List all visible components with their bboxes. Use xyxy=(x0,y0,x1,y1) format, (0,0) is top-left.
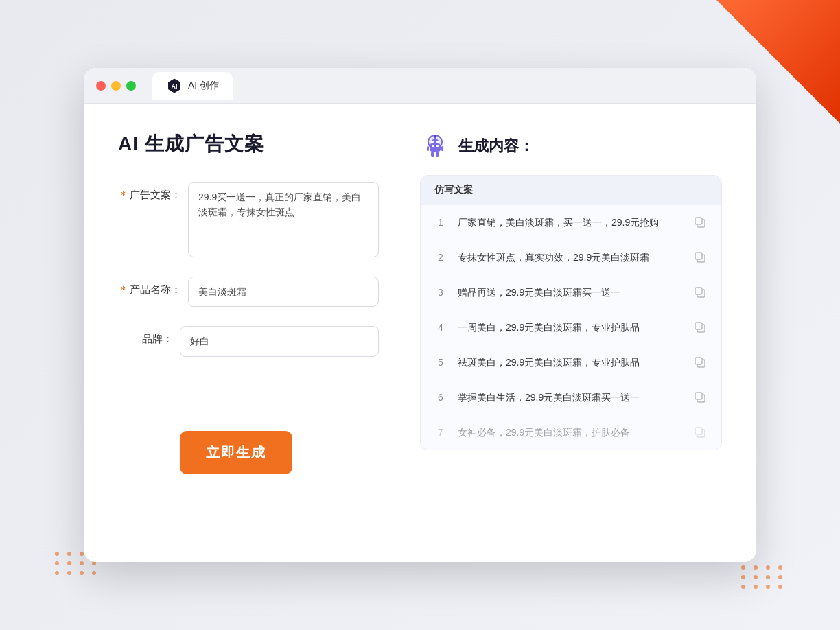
row-number: 3 xyxy=(434,287,447,298)
copy-icon[interactable] xyxy=(692,355,708,370)
copy-icon[interactable] xyxy=(692,390,708,405)
page-title: AI 生成广告文案 xyxy=(118,131,379,157)
svg-rect-14 xyxy=(436,145,439,147)
row-text: 专抹女性斑点，真实功效，29.9元美白淡斑霜 xyxy=(458,250,681,265)
traffic-lights xyxy=(96,81,136,91)
svg-rect-20 xyxy=(695,288,702,294)
row-number: 7 xyxy=(434,427,447,438)
row-text: 一周美白，29.9元美白淡斑霜，专业护肤品 xyxy=(458,320,681,335)
ai-tab[interactable]: AI AI 创作 xyxy=(152,72,233,100)
row-text: 祛斑美白，29.9元美白淡斑霜，专业护肤品 xyxy=(458,355,681,370)
result-table: 仿写文案 1厂家直销，美白淡斑霜，买一送一，29.9元抢购 2专抹女性斑点，真实… xyxy=(420,175,722,450)
copy-icon[interactable] xyxy=(692,285,708,300)
row-text: 女神必备，29.9元美白淡斑霜，护肤必备 xyxy=(458,425,681,440)
svg-rect-10 xyxy=(441,146,443,151)
row-number: 6 xyxy=(434,392,447,403)
svg-rect-16 xyxy=(695,218,702,224)
browser-titlebar: AI AI 创作 xyxy=(84,68,756,104)
browser-window: AI AI 创作 AI 生成广告文案 ＊广告文案： 29.9买一送一，真正的厂家… xyxy=(84,68,756,562)
table-row: 1厂家直销，美白淡斑霜，买一送一，29.9元抢购 xyxy=(421,205,721,240)
minimize-button[interactable] xyxy=(111,81,121,91)
copy-icon[interactable] xyxy=(692,215,708,230)
table-row: 3赠品再送，29.9元美白淡斑霜买一送一 xyxy=(421,275,721,310)
result-title: 生成内容： xyxy=(458,136,534,156)
row-text: 厂家直销，美白淡斑霜，买一送一，29.9元抢购 xyxy=(458,215,681,230)
svg-rect-18 xyxy=(695,253,702,259)
tab-label: AI 创作 xyxy=(188,80,219,92)
svg-rect-9 xyxy=(427,146,429,151)
result-header: 生成内容： xyxy=(420,131,722,161)
deco-dots-right xyxy=(741,565,785,589)
robot-icon xyxy=(420,131,450,161)
svg-rect-28 xyxy=(695,428,702,434)
copy-icon[interactable] xyxy=(692,250,708,265)
svg-rect-24 xyxy=(695,358,702,364)
left-panel: AI 生成广告文案 ＊广告文案： 29.9买一送一，真正的厂家直销，美白淡斑霜，… xyxy=(118,131,379,529)
product-name-label: ＊产品名称： xyxy=(118,277,188,296)
brand-input[interactable] xyxy=(180,326,379,356)
ai-hex-icon: AI xyxy=(166,78,183,94)
right-panel: 生成内容： 仿写文案 1厂家直销，美白淡斑霜，买一送一，29.9元抢购 2专抹女… xyxy=(420,131,722,529)
svg-text:AI: AI xyxy=(172,83,178,90)
table-row: 5祛斑美白，29.9元美白淡斑霜，专业护肤品 xyxy=(421,345,721,380)
svg-rect-12 xyxy=(436,152,439,157)
svg-rect-13 xyxy=(432,145,434,147)
table-row: 6掌握美白生活，29.9元美白淡斑霜买一送一 xyxy=(421,380,721,415)
table-row: 2专抹女性斑点，真实功效，29.9元美白淡斑霜 xyxy=(421,240,721,275)
row-number: 4 xyxy=(434,322,447,333)
copy-icon[interactable] xyxy=(692,320,708,335)
product-name-row: ＊产品名称： xyxy=(118,277,379,307)
row-number: 2 xyxy=(434,252,447,263)
row-text: 赠品再送，29.9元美白淡斑霜买一送一 xyxy=(458,285,681,300)
close-button[interactable] xyxy=(96,81,106,91)
svg-rect-22 xyxy=(695,323,702,329)
svg-rect-26 xyxy=(695,393,702,399)
ad-copy-row: ＊广告文案： 29.9买一送一，真正的厂家直销，美白淡斑霜，专抹女性斑点 xyxy=(118,182,379,257)
svg-point-8 xyxy=(434,135,436,138)
product-name-input[interactable] xyxy=(188,277,379,307)
brand-row: 品牌： xyxy=(118,326,379,356)
row-text: 掌握美白生活，29.9元美白淡斑霜买一送一 xyxy=(458,390,681,405)
table-row: 7女神必备，29.9元美白淡斑霜，护肤必备 xyxy=(421,415,721,450)
svg-rect-11 xyxy=(431,152,434,157)
ad-copy-label: ＊广告文案： xyxy=(118,182,188,202)
maximize-button[interactable] xyxy=(126,81,136,91)
svg-point-5 xyxy=(431,141,434,143)
row-number: 5 xyxy=(434,357,447,368)
ad-copy-required: ＊ xyxy=(118,189,128,200)
svg-point-6 xyxy=(436,141,439,143)
table-header: 仿写文案 xyxy=(421,176,721,205)
ad-copy-input[interactable]: 29.9买一送一，真正的厂家直销，美白淡斑霜，专抹女性斑点 xyxy=(188,182,379,257)
table-row: 4一周美白，29.9元美白淡斑霜，专业护肤品 xyxy=(421,310,721,345)
copy-icon[interactable] xyxy=(692,425,708,440)
row-number: 1 xyxy=(434,217,447,228)
generate-button[interactable]: 立即生成 xyxy=(180,431,292,474)
browser-content: AI 生成广告文案 ＊广告文案： 29.9买一送一，真正的厂家直销，美白淡斑霜，… xyxy=(84,104,756,557)
product-name-required: ＊ xyxy=(118,283,128,295)
brand-label: 品牌： xyxy=(118,326,180,346)
